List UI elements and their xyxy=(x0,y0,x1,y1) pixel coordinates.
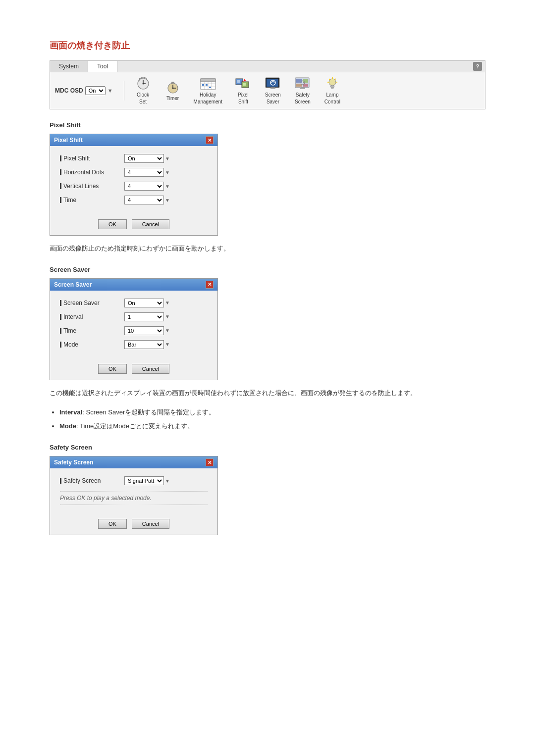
label-bar xyxy=(60,300,61,306)
label-bar xyxy=(60,342,61,348)
screen-saver-row-3: Mode BarPixelFade ▼ xyxy=(60,340,208,349)
toolbar-item-clock-set[interactable]: Clock Set xyxy=(130,75,156,106)
pixel-shift-footer: OK Cancel xyxy=(50,215,217,235)
screen-saver-select-0[interactable]: OnOff xyxy=(124,299,164,307)
pixel-shift-select-1[interactable]: 1234 xyxy=(124,168,164,177)
bullet-interval: Interval: Screen Saverを起動する間隔を指定します。 xyxy=(59,407,485,418)
screen-saver-footer: OK Cancel xyxy=(50,360,217,380)
toolbar-separator xyxy=(124,81,124,101)
screen-saver-select-2[interactable]: 5101520 xyxy=(124,326,164,335)
safety-screen-icon xyxy=(294,76,312,91)
safety-screen-title-bar: Safety Screen ✕ xyxy=(50,456,217,468)
pixel-shift-cancel-button[interactable]: Cancel xyxy=(132,219,169,229)
mdc-osd-label: MDC OSD On Off ▼ xyxy=(55,86,113,95)
pixel-shift-row-3: Time 1234 ▼ xyxy=(60,196,208,204)
pixel-shift-select-0[interactable]: OnOff xyxy=(124,154,164,163)
pixel-shift-label2: Shift xyxy=(238,99,248,105)
bullet-mode: Mode: Time設定はModeごとに変えられます。 xyxy=(59,421,485,432)
svg-rect-30 xyxy=(270,88,275,89)
toolbar-item-screen-saver[interactable]: Screen Saver xyxy=(260,75,286,106)
pixel-shift-row-1: Horizontal Dots 1234 ▼ xyxy=(60,168,208,177)
timer-icon xyxy=(164,80,182,95)
screen-saver-title-bar: Screen Saver ✕ xyxy=(50,279,217,291)
holiday-icon xyxy=(199,76,217,91)
help-icon[interactable]: ? xyxy=(473,62,482,71)
safety-screen-dialog: Safety Screen ✕ Safety Screen Signal Pat… xyxy=(50,456,218,535)
screen-saver-label2: Saver xyxy=(267,99,279,105)
svg-rect-23 xyxy=(243,83,246,86)
label-bar xyxy=(60,314,61,320)
screen-saver-select-1[interactable]: 123 xyxy=(124,312,164,321)
holiday-label2: Management xyxy=(194,99,222,105)
pixel-shift-dialog-title: Pixel Shift xyxy=(54,137,83,144)
safety-screen-footer: OK Cancel xyxy=(50,515,217,535)
svg-rect-41 xyxy=(331,87,334,88)
safety-screen-select-0[interactable]: Signal Patt... Bar Eraser Pixel Rolling … xyxy=(124,476,164,485)
screen-saver-bullets: Interval: Screen Saverを起動する間隔を指定します。 Mod… xyxy=(59,407,485,432)
toolbar-item-timer[interactable]: Timer xyxy=(160,79,186,102)
screen-saver-label: Screen xyxy=(265,92,281,98)
toolbar-body: MDC OSD On Off ▼ Clock Set xyxy=(50,72,485,109)
screen-saver-icon xyxy=(264,76,282,91)
svg-rect-11 xyxy=(201,79,215,82)
svg-point-9 xyxy=(172,88,173,89)
pixel-shift-dialog: Pixel Shift ✕ Pixel Shift OnOff ▼ Horizo… xyxy=(50,134,218,236)
tab-tool[interactable]: Tool xyxy=(88,61,117,72)
toolbar-item-lamp-control[interactable]: Lamp Control xyxy=(320,75,345,106)
screen-saver-row-1: Interval 123 ▼ xyxy=(60,312,208,321)
svg-rect-33 xyxy=(303,79,308,83)
toolbar-item-holiday[interactable]: Holiday Management xyxy=(190,75,226,106)
screen-saver-row-2: Time 5101520 ▼ xyxy=(60,326,208,335)
pixel-shift-select-3[interactable]: 1234 xyxy=(124,196,164,204)
screen-saver-label-3: Mode xyxy=(60,341,124,348)
toolbar: System Tool ? MDC OSD On Off ▼ xyxy=(50,60,485,109)
svg-rect-7 xyxy=(171,82,174,83)
label-bar xyxy=(60,197,61,203)
pixel-shift-row-2: Vertical Lines 1234 ▼ xyxy=(60,182,208,191)
pixel-shift-icon xyxy=(234,76,252,91)
page-title: 画面の焼き付き防止 xyxy=(50,40,485,51)
toolbar-item-safety-screen[interactable]: Safety Screen xyxy=(290,75,316,106)
svg-point-39 xyxy=(329,79,336,86)
screen-saver-ok-button[interactable]: OK xyxy=(98,364,127,374)
toolbar-tabs: System Tool ? xyxy=(50,61,485,72)
pixel-shift-select-2[interactable]: 1234 xyxy=(124,182,164,191)
label-bar xyxy=(60,328,61,334)
label-bar xyxy=(60,478,61,484)
screen-saver-select-3[interactable]: BarPixelFade xyxy=(124,340,164,349)
safety-screen-ok-button[interactable]: OK xyxy=(98,519,127,529)
svg-rect-17 xyxy=(202,84,204,86)
pixel-shift-title-bar: Pixel Shift ✕ xyxy=(50,134,217,146)
timer-label: Timer xyxy=(166,96,179,101)
svg-rect-19 xyxy=(209,87,211,88)
svg-marker-25 xyxy=(244,79,246,81)
holiday-label: Holiday xyxy=(200,92,216,98)
screen-saver-label-0: Screen Saver xyxy=(60,300,124,306)
svg-line-45 xyxy=(329,79,330,80)
mdc-osd-select[interactable]: On Off xyxy=(85,86,106,95)
pixel-shift-label-3: Time xyxy=(60,197,124,203)
label-bar xyxy=(60,183,61,189)
lamp-control-label: Lamp xyxy=(326,92,338,98)
tab-system[interactable]: System xyxy=(50,61,88,72)
toolbar-item-pixel-shift[interactable]: Pixel Shift xyxy=(230,75,256,106)
safety-screen-close-button[interactable]: ✕ xyxy=(206,458,214,466)
safety-screen-dialog-body: Safety Screen Signal Patt... Bar Eraser … xyxy=(50,468,217,515)
svg-rect-32 xyxy=(296,79,302,83)
safety-screen-row-0: Safety Screen Signal Patt... Bar Eraser … xyxy=(60,476,208,485)
pixel-shift-label: Pixel xyxy=(238,92,249,98)
pixel-shift-ok-button[interactable]: OK xyxy=(98,219,127,229)
screen-saver-dialog: Screen Saver ✕ Screen Saver OnOff ▼ Inte… xyxy=(50,278,218,380)
screen-saver-close-button[interactable]: ✕ xyxy=(206,281,214,289)
svg-rect-21 xyxy=(237,80,240,83)
screen-saver-cancel-button[interactable]: Cancel xyxy=(132,364,169,374)
lamp-control-label2: Control xyxy=(324,99,340,105)
svg-point-3 xyxy=(142,83,144,85)
lamp-control-icon xyxy=(323,76,341,91)
pixel-shift-close-button[interactable]: ✕ xyxy=(206,136,214,144)
screen-saver-description: この機能は選択されたディスプレイ装置の画面が長時間使われずに放置された場合に、画… xyxy=(50,388,485,399)
svg-rect-18 xyxy=(206,84,208,86)
safety-screen-cancel-button[interactable]: Cancel xyxy=(132,519,169,529)
label-bar xyxy=(60,155,61,161)
pixel-shift-label-1: Horizontal Dots xyxy=(60,169,124,176)
